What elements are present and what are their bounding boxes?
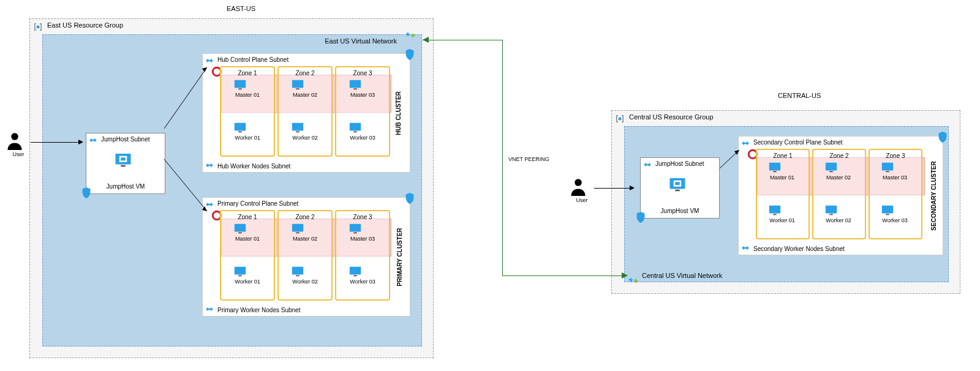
virtual-network-central: Central US Virtual Network JumpHost Subn… (624, 126, 949, 282)
hub-worker-subnet-title: Hub Worker Nodes Subnet (217, 163, 290, 170)
node-label: Worker 02 (824, 217, 853, 223)
zone-title: Zone 1 (238, 214, 257, 220)
vm-icon (291, 121, 304, 133)
arrow-head-peer-icon (423, 37, 429, 43)
secondary-control-subnet-title: Secondary Control Plane Subnet (753, 139, 843, 146)
master-node: Master 02 (291, 222, 319, 242)
user-icon (6, 132, 23, 150)
virtual-network-east: East US Virtual Network JumpHost Subnet … (42, 34, 422, 347)
svg-rect-22 (296, 232, 300, 233)
svg-rect-36 (619, 118, 622, 121)
arrow-jumphost-secondary (720, 147, 744, 171)
node-label: Master 02 (291, 92, 319, 98)
vnet-icon (627, 274, 639, 287)
jumphost-subnet-central: JumpHost Subnet JumpHost VM (640, 157, 720, 219)
node-label: Worker 02 (291, 279, 319, 285)
worker-node: Worker 03 (349, 121, 377, 141)
resource-group-icon (614, 113, 625, 124)
shield-icon (405, 193, 415, 204)
vm-icon (291, 265, 304, 277)
svg-rect-45 (829, 171, 833, 172)
peering-line (502, 275, 625, 276)
svg-rect-43 (773, 171, 777, 172)
peering-line (502, 40, 503, 275)
subnet-icon (643, 160, 652, 169)
svg-rect-8 (292, 80, 303, 88)
node-label: Master 01 (768, 174, 796, 181)
svg-rect-42 (769, 163, 780, 171)
node-label: Worker 03 (349, 279, 377, 285)
master-node: Master 03 (881, 161, 909, 181)
node-label: Master 01 (233, 236, 262, 242)
svg-rect-9 (296, 88, 300, 89)
master-node: Master 03 (349, 78, 377, 98)
jumphost-subnet-east: JumpHost Subnet JumpHost VM (86, 133, 165, 194)
svg-rect-10 (350, 80, 361, 88)
zone-title: Zone 3 (353, 214, 372, 220)
jumphost-subnet-title: JumpHost Subnet (101, 136, 150, 143)
primary-cluster-box: Primary Control Plane Subnet PRIMARY CLU… (202, 197, 410, 317)
hub-cluster-box: Hub Control Plane Subnet HUB CLUSTER Zon… (202, 53, 410, 173)
node-label: Worker 01 (768, 217, 796, 223)
vm-icon (768, 161, 782, 173)
worker-node: Worker 03 (349, 265, 377, 285)
worker-node: Worker 02 (824, 204, 853, 223)
svg-rect-30 (353, 275, 357, 276)
shield-icon (938, 132, 948, 143)
subnet-icon (89, 136, 97, 144)
vm-icon (349, 265, 362, 277)
worker-node: Worker 01 (233, 265, 262, 285)
worker-node: Worker 01 (768, 204, 796, 223)
svg-rect-7 (238, 88, 242, 89)
svg-rect-40 (675, 190, 680, 192)
svg-rect-48 (769, 206, 780, 214)
vm-icon (233, 222, 247, 234)
jumphost-vm (668, 176, 693, 192)
svg-rect-25 (235, 267, 246, 275)
arrow-jumphost-primary (164, 159, 213, 220)
worker-node: Worker 02 (291, 265, 319, 285)
master-node: Master 03 (349, 222, 377, 242)
resource-group-icon (32, 21, 43, 32)
arrow-jumphost-hub (164, 61, 213, 135)
region-label-east: EAST-US (227, 5, 255, 12)
user-central: User (570, 178, 594, 203)
svg-rect-20 (238, 232, 242, 233)
svg-marker-33 (202, 67, 207, 72)
hub-cluster-label: HUB CLUSTER (396, 91, 402, 135)
vm-icon (668, 176, 687, 192)
primary-control-subnet-title: Primary Control Plane Subnet (217, 200, 298, 207)
svg-rect-44 (826, 163, 837, 171)
worker-node: Worker 02 (291, 121, 319, 141)
svg-line-34 (164, 159, 207, 211)
node-label: Worker 03 (881, 217, 909, 223)
user-east: User (6, 132, 31, 157)
worker-node: Worker 01 (233, 121, 262, 141)
arrow-user-jumphost (31, 142, 80, 143)
user-label: User (570, 197, 594, 203)
svg-rect-21 (292, 224, 303, 232)
svg-rect-12 (235, 123, 246, 131)
vnet-title: Central US Virtual Network (642, 272, 722, 279)
svg-rect-39 (675, 182, 680, 185)
shield-icon (405, 49, 415, 60)
vnet-peering-label: VNET PEERING (508, 156, 549, 162)
svg-rect-46 (882, 163, 893, 171)
jumphost-subnet-title: JumpHost Subnet (655, 160, 704, 167)
svg-line-32 (164, 67, 207, 129)
svg-rect-23 (350, 224, 361, 232)
svg-marker-58 (622, 272, 628, 279)
svg-rect-52 (882, 206, 893, 214)
vm-icon (349, 222, 362, 234)
zone-title: Zone 1 (238, 70, 257, 77)
subnet-icon (205, 305, 214, 313)
secondary-worker-subnet-title: Secondary Worker Nodes Subnet (753, 245, 845, 252)
svg-rect-0 (37, 26, 40, 29)
arrow-head-icon (78, 140, 83, 144)
svg-rect-14 (292, 123, 303, 131)
vm-icon (768, 204, 782, 216)
shield-icon (81, 187, 91, 198)
master-node: Master 01 (768, 161, 796, 181)
jumphost-vm-label: JumpHost VM (86, 183, 165, 190)
node-label: Master 03 (349, 236, 377, 242)
